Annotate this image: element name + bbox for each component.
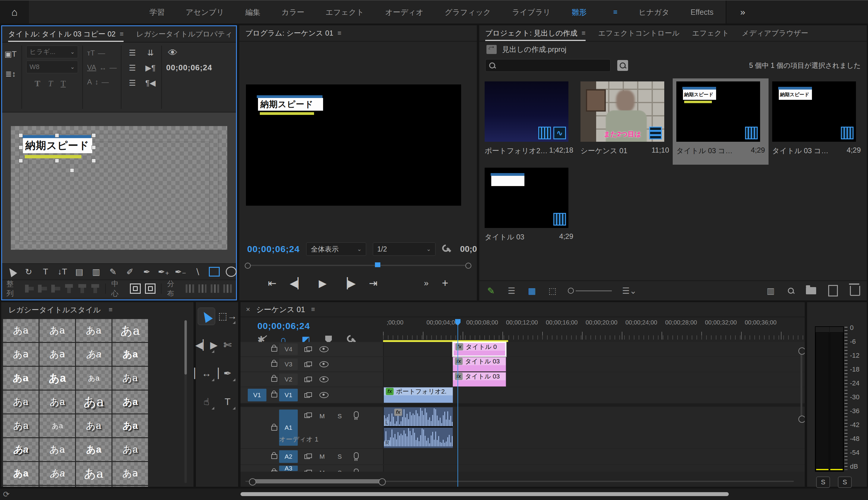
style-swatch[interactable]: あa [76,462,112,485]
list-view-icon[interactable]: ☰ [506,286,517,296]
style-swatch[interactable]: あa [113,367,148,390]
find-in-project-button[interactable] [617,60,628,71]
style-swatch[interactable]: あa [3,367,38,390]
area-type-tool[interactable]: ▤ [74,266,85,278]
roll-crawl-options-icon[interactable]: ≣↕ [4,68,17,80]
time-ruler[interactable]: ;00;0000;00;04;0000;00;08;0000;00;12;000… [383,317,805,341]
style-swatch[interactable]: あa [3,414,38,437]
tab-legacy-title-properties[interactable]: レガシータイトルプロパティ [136,26,232,42]
project-item[interactable]: 納期スピードタイトル 03 コピー 024;29 [673,78,768,164]
style-swatch[interactable]: あa [76,438,112,461]
project-item[interactable]: タイトル 034;29 [481,164,577,251]
project-item[interactable]: また2つ目はシーケンス 0111;10 [577,78,673,164]
center-vertical-icon[interactable] [145,283,156,294]
lock-icon[interactable] [271,362,277,367]
style-swatch[interactable]: あa [76,319,112,342]
style-swatch[interactable]: あa [39,343,75,366]
rectangle-tool[interactable] [209,266,220,278]
style-swatch[interactable]: あa [39,319,75,342]
project-tab-0[interactable]: プロジェクト: 見出しの作成≡ [485,25,586,41]
search-input[interactable] [485,59,611,72]
selection-handle[interactable] [92,133,96,137]
timeline-clip[interactable]: fxタイトル 0 [453,342,506,356]
align-vertical-center-icon[interactable] [78,284,86,293]
trash-icon[interactable] [850,286,860,296]
source-patch-V1[interactable]: V1 [248,389,266,401]
timeline-vertical-scrollbar[interactable] [800,350,802,420]
workspace-tab-8[interactable]: 雛形 [572,7,587,17]
style-swatch[interactable]: あa [39,390,75,413]
panel-menu-icon[interactable]: ≡ [311,306,315,313]
audio-clip[interactable]: LRfx [384,407,453,448]
distribute-right-icon[interactable] [211,284,219,293]
workspace-tab-0[interactable]: 学習 [150,7,164,17]
paragraph-rtl-icon[interactable]: ¶◀ [144,77,157,89]
style-swatch[interactable]: あa [113,414,148,437]
toggle-track-output-icon[interactable] [320,361,328,367]
workspace-tab-3[interactable]: カラー [281,7,304,17]
bold-button[interactable]: T [35,79,40,88]
underline-button[interactable]: T [61,79,66,88]
style-swatch[interactable]: あa [3,343,38,366]
sync-lock-icon[interactable] [304,346,311,352]
distribute-left-icon[interactable] [186,284,194,293]
selection-handle[interactable] [55,159,59,163]
thumbnail-zoom-slider[interactable] [568,288,612,294]
selection-handle[interactable] [92,159,96,163]
scrubber-playhead[interactable] [375,262,380,267]
track-target-V3[interactable]: V3 [279,359,298,370]
selection-tool[interactable] [6,266,17,278]
track-select-forward-tool[interactable]: ⬚→ [219,308,236,325]
vertical-path-type-tool[interactable]: ✐ [125,266,135,278]
style-swatch[interactable]: あa [76,343,112,366]
automate-to-sequence-icon[interactable]: ▥ [765,286,776,296]
hand-tool[interactable]: ☝ [198,393,215,410]
toggle-track-output-icon[interactable] [320,346,328,352]
lock-icon[interactable] [271,470,277,471]
freeform-view-icon[interactable]: ⬚ [547,286,558,296]
workspace-tab-1[interactable]: アセンブリ [186,7,224,17]
style-swatch[interactable]: あa [76,486,112,487]
line-tool[interactable]: ∖ [192,266,203,278]
workspace-tab-2[interactable]: 編集 [245,7,261,17]
lock-icon[interactable] [271,347,277,352]
solo-button[interactable]: S [338,412,342,420]
mute-button[interactable]: M [320,469,325,471]
step-back-button[interactable]: ◀▏ [290,277,305,289]
toggle-track-output-icon[interactable] [320,376,328,383]
leading-field[interactable]: A↕— [87,75,117,89]
style-swatch[interactable]: あa [113,319,148,342]
project-tab-1[interactable]: エフェクトコントロール [598,25,680,41]
transport-more-icon[interactable]: » [424,279,429,288]
icon-view-icon[interactable]: ▦ [527,286,537,296]
playback-resolution-select[interactable]: 1/2⌄ [373,242,436,256]
project-tab-3[interactable]: メディアブラウザー [742,25,808,41]
solo-button[interactable]: S [338,453,342,460]
distribute-center-icon[interactable] [198,284,207,293]
close-icon[interactable]: × [246,305,250,314]
solo-button[interactable]: S [338,469,342,471]
align-horizontal-right-icon[interactable] [51,285,60,293]
add-anchor-point-tool[interactable]: ✒₊ [158,266,169,278]
scrubber-handle-right[interactable] [465,263,471,269]
panel-menu-icon[interactable]: ≡ [108,306,113,314]
kerning-field[interactable]: VA↔— [87,61,117,75]
selection-handle[interactable] [19,145,23,150]
style-swatch[interactable]: あa [113,462,148,485]
style-swatch[interactable]: あa [3,462,38,485]
project-item[interactable]: 納期スピードタイトル 03 コピー 014;29 [768,78,864,164]
path-type-tool[interactable]: ✎ [107,266,118,278]
type-tool[interactable]: T [219,393,236,410]
style-swatch[interactable]: あa [76,390,112,413]
settings-wrench-icon[interactable] [442,245,451,254]
mic-voiceover-icon[interactable] [354,411,359,418]
style-swatch[interactable]: あa [3,486,38,487]
style-swatch[interactable]: あa [39,486,75,487]
workspace-menu-icon[interactable]: ≡ [613,8,617,16]
tab-title[interactable]: タイトル: タイトル 03 コピー 02 ≡ [8,26,124,42]
track-target-V4[interactable]: V4 [279,343,298,355]
find-icon[interactable] [788,288,794,294]
delete-anchor-point-tool[interactable]: ✒₋ [175,266,186,278]
project-tab-2[interactable]: エフェクト [692,25,729,41]
style-swatch[interactable]: あa [39,438,75,461]
